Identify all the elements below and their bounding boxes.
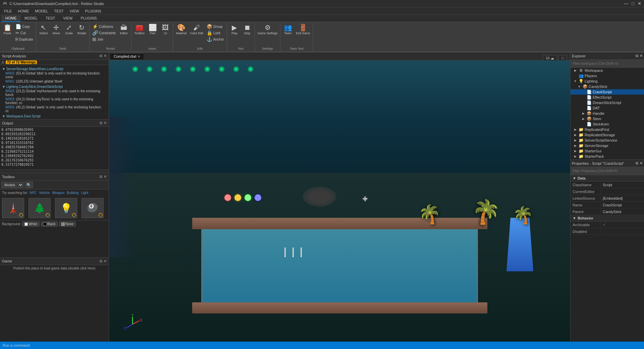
copy-button[interactable]: 📄 Copy: [14, 23, 35, 30]
duplicate-button[interactable]: ⎘ Duplicate: [14, 36, 35, 42]
move-button[interactable]: ✛ Move: [50, 23, 62, 36]
script-section-title-1[interactable]: ▼ Lighting.CandyStick.DreamStickScript: [1, 85, 107, 89]
output-close-btn[interactable]: ✕: [104, 121, 107, 125]
toolbox-item-0[interactable]: 🗼 ⬛: [2, 198, 24, 218]
tree-dreamstickscript[interactable]: 📄 DreamStickScript: [571, 100, 644, 105]
tree-lighting[interactable]: ▼ 💡 Lighting: [571, 79, 644, 84]
collisions-button[interactable]: ⚡ Collisions: [91, 23, 117, 30]
suggestion-building[interactable]: Building: [67, 191, 79, 195]
tree-handle[interactable]: ▶ 📦 Handle: [571, 111, 644, 116]
tab-test[interactable]: TEST: [42, 15, 59, 22]
warning-link-1-0[interactable]: W003:: [5, 89, 15, 93]
tab-plugins[interactable]: PLUGINS: [76, 15, 101, 22]
maximize-button[interactable]: □: [632, 1, 634, 6]
output-popout-btn[interactable]: ⧉: [100, 121, 102, 125]
properties-content[interactable]: ▼ Data ClassName Script CurrentEditor Li…: [571, 175, 644, 342]
game-settings-button[interactable]: ⚙ Game Settings: [256, 23, 279, 36]
toolbox-popout-btn[interactable]: ⧉: [100, 174, 102, 179]
viewport-canvas[interactable]: 🌴 🌴 🌴: [109, 60, 570, 342]
tree-replicatedfirst[interactable]: ▶ 📁 ReplicatedFirst: [571, 127, 644, 132]
bg-black-btn[interactable]: Black: [41, 221, 58, 227]
stop-button[interactable]: ⏹ Stop: [241, 23, 253, 36]
tree-dat[interactable]: 📄 DAT: [571, 105, 644, 111]
suggestion-light[interactable]: Light: [81, 191, 88, 195]
explorer-popout-btn[interactable]: ⧉: [636, 54, 638, 58]
properties-popout-btn[interactable]: ⧉: [636, 161, 638, 165]
menu-test[interactable]: TEST: [51, 8, 66, 14]
explorer-close-btn[interactable]: ✕: [640, 54, 643, 58]
terrain-editor-button[interactable]: 🏔 Editor: [118, 23, 130, 36]
tree-workspace[interactable]: ▶ ⚙ Workspace: [571, 68, 644, 73]
tree-starterpack[interactable]: ▶ 📁 StarterPack: [571, 154, 644, 159]
toolbox-item-3[interactable]: 🎱 ⬛: [82, 198, 104, 218]
game-panel-popout-btn[interactable]: ⧉: [100, 259, 102, 263]
viewport-tab-close[interactable]: ✕: [138, 55, 140, 58]
warning-link-2-0[interactable]: W002:: [5, 119, 15, 119]
material-button[interactable]: 🎨 Material: [174, 23, 188, 36]
tree-crackscript[interactable]: 📄 CrackScript: [571, 89, 644, 95]
script-section-title-0[interactable]: ▼ ServerStorage.MakeItRain.LocalScript: [1, 67, 107, 71]
prop-section-data[interactable]: ▼ Data: [571, 175, 644, 182]
script-analysis-close-btn[interactable]: ✕: [104, 54, 107, 58]
tree-effectscript[interactable]: 📄 EffectScript: [571, 95, 644, 100]
tab-view[interactable]: VIEW: [59, 15, 76, 22]
command-input[interactable]: [3, 343, 641, 347]
menu-model[interactable]: MODEL: [32, 8, 51, 14]
paste-button[interactable]: 📋 Paste: [1, 23, 13, 36]
bg-none-btn[interactable]: None: [59, 221, 76, 227]
tree-players[interactable]: 👥 Players: [571, 73, 644, 79]
explorer-filter-input[interactable]: [571, 60, 644, 68]
explorer-tree[interactable]: ▶ ⚙ Workspace 👥 Players ▼ 💡 Lighting ▼ 📦: [571, 68, 644, 159]
warning-link-0-0[interactable]: W003:: [5, 71, 15, 75]
part-button[interactable]: ⬜ Part: [147, 23, 159, 36]
toolbox-item-2[interactable]: 💡 ⬛: [55, 198, 77, 218]
game-panel-close-btn[interactable]: ✕: [104, 259, 107, 263]
join-button[interactable]: ⊞ Join: [91, 36, 117, 42]
warning-link-1-2[interactable]: W003:: [5, 105, 15, 109]
tree-serverscriptservice[interactable]: ▶ 📁 ServerScriptService: [571, 138, 644, 143]
suggestion-vehicle[interactable]: Vehicle: [39, 191, 50, 195]
close-button[interactable]: ✕: [638, 1, 641, 6]
script-section-title-2[interactable]: ▼ Workspace.Door.Script: [1, 114, 107, 118]
ui-button[interactable]: 🖼 UI: [159, 23, 171, 36]
tree-candystick[interactable]: ▼ 📦 CandyStick: [571, 84, 644, 89]
properties-filter-input[interactable]: [571, 167, 644, 175]
toolbox-close-btn[interactable]: ✕: [104, 174, 107, 179]
viewport-tab-compiled[interactable]: Compiled.rbxl ✕: [110, 53, 144, 59]
bg-white-btn[interactable]: White: [22, 221, 40, 227]
toolbox-search-btn[interactable]: 🔍: [25, 182, 33, 188]
lock-button[interactable]: 🔒 Lock: [205, 30, 225, 36]
rotate-button[interactable]: ↻ Rotate: [76, 23, 88, 36]
scale-button[interactable]: ⤢ Scale: [63, 23, 75, 36]
tab-model[interactable]: MODEL: [20, 15, 42, 22]
color-edit-button[interactable]: 🖌 Color Edit: [189, 23, 205, 36]
script-analysis-content[interactable]: ▼ ServerStorage.MakeItRain.LocalScript W…: [0, 65, 109, 119]
suggestion-weapon[interactable]: Weapon: [52, 191, 64, 195]
tree-stem[interactable]: ▶ 📦 Stem: [571, 116, 644, 121]
warning-link-0-1[interactable]: W001:: [5, 80, 15, 83]
toolbox-category-select[interactable]: Models Decals Meshes: [1, 182, 23, 188]
select-button[interactable]: ↖ Select: [38, 23, 50, 36]
suggestion-npc[interactable]: NPC: [30, 191, 37, 195]
minimize-button[interactable]: —: [624, 1, 628, 6]
exit-game-button[interactable]: 🚪 Exit Game: [294, 23, 311, 36]
tree-serverstorage[interactable]: ▶ 📁 ServerStorage: [571, 143, 644, 148]
menu-view[interactable]: VIEW: [67, 8, 82, 14]
group-button[interactable]: 📦 Group: [205, 23, 225, 30]
tree-stickanim[interactable]: 📄 StickAnim: [571, 121, 644, 127]
toolbox-button[interactable]: 🧰 Toolbox: [133, 23, 146, 36]
menu-plugins[interactable]: PLUGINS: [83, 8, 104, 14]
play-button[interactable]: ▶ Play: [228, 23, 240, 36]
tree-startergui[interactable]: ▶ 📁 StarterGui: [571, 148, 644, 154]
anchor-button[interactable]: ⚓ Anchor: [205, 36, 225, 42]
script-analysis-popout-btn[interactable]: ⧉: [100, 54, 102, 58]
menu-file[interactable]: FILE: [1, 8, 14, 14]
tab-home[interactable]: HOME: [1, 15, 20, 22]
toolbox-item-1[interactable]: 🌲 ⬛: [29, 198, 51, 218]
constraints-button[interactable]: 🔗 Constraints: [91, 30, 117, 36]
output-content[interactable]: 0.47923098635991 0.093355283290211 0.148…: [0, 127, 109, 169]
output-scrollbar-h[interactable]: [0, 169, 109, 173]
game-content[interactable]: Publish this place to load game data (do…: [0, 265, 109, 342]
prop-section-behavior[interactable]: ▼ Behavior: [571, 215, 644, 221]
cut-button[interactable]: ✂ Cut: [14, 30, 35, 36]
